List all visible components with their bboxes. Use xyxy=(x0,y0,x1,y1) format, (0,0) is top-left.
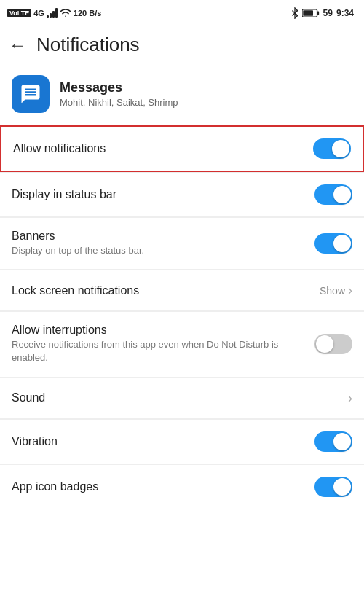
battery-level: 59 xyxy=(323,8,333,18)
app-name: Messages xyxy=(60,80,178,95)
setting-label-allow-interruptions: Allow interruptions xyxy=(12,324,307,337)
setting-label-display-status-bar: Display in status bar xyxy=(12,188,307,201)
status-bar: VoLTE 4G 120 B/s 59 9:3 xyxy=(0,0,364,26)
network-unit: B/s xyxy=(89,9,101,17)
4g-indicator: 4G xyxy=(33,9,44,17)
svg-rect-4 xyxy=(303,10,313,16)
toggle-allow-interruptions[interactable] xyxy=(314,334,352,354)
toggle-thumb-vibration xyxy=(333,433,351,450)
chevron-right-icon: › xyxy=(348,283,352,298)
setting-label-lock-screen: Lock screen notifications xyxy=(12,284,312,297)
toggle-thumb-allow-interruptions xyxy=(316,335,333,353)
time-display: 9:34 xyxy=(336,8,354,18)
back-button[interactable]: ← xyxy=(9,36,26,54)
network-speed: 120 xyxy=(74,9,87,17)
setting-item-display-status-bar[interactable]: Display in status bar xyxy=(0,173,364,217)
volte-indicator: VoLTE xyxy=(7,9,31,17)
status-bar-right: 59 9:34 xyxy=(291,7,354,19)
setting-item-vibration[interactable]: Vibration xyxy=(0,420,364,464)
setting-text-display-status-bar: Display in status bar xyxy=(12,188,314,201)
setting-text-app-icon-badges: App icon badges xyxy=(12,480,314,493)
setting-label-vibration: Vibration xyxy=(12,435,307,448)
app-icon xyxy=(12,75,50,113)
setting-item-banners[interactable]: BannersDisplay on top of the status bar. xyxy=(0,218,364,270)
setting-item-allow-notifications[interactable]: Allow notifications xyxy=(0,125,364,172)
app-subtitle: Mohit, Nikhil, Saikat, Shrimp xyxy=(60,97,178,108)
app-details: Messages Mohit, Nikhil, Saikat, Shrimp xyxy=(60,80,178,108)
toggle-display-status-bar[interactable] xyxy=(314,184,352,205)
setting-desc-banners: Display on top of the status bar. xyxy=(12,244,307,257)
setting-item-lock-screen[interactable]: Lock screen notificationsShow› xyxy=(0,270,364,311)
toggle-track-vibration xyxy=(314,431,352,452)
toggle-app-icon-badges[interactable] xyxy=(314,477,352,497)
setting-label-banners: Banners xyxy=(12,230,307,243)
setting-label-sound: Sound xyxy=(12,391,341,404)
setting-label-allow-notifications: Allow notifications xyxy=(13,142,306,155)
settings-list: Allow notificationsDisplay in status bar… xyxy=(0,125,364,509)
toggle-thumb-app-icon-badges xyxy=(333,478,351,496)
setting-text-banners: BannersDisplay on top of the status bar. xyxy=(12,230,314,257)
battery-icon xyxy=(302,8,320,18)
app-info-section: Messages Mohit, Nikhil, Saikat, Shrimp xyxy=(0,66,364,125)
setting-item-allow-interruptions[interactable]: Allow interruptionsReceive notifications… xyxy=(0,312,364,377)
toggle-allow-notifications[interactable] xyxy=(313,138,351,159)
setting-text-sound: Sound xyxy=(12,391,348,404)
messages-icon xyxy=(20,83,41,105)
toggle-thumb-display-status-bar xyxy=(333,186,351,203)
setting-value-text-lock-screen: Show xyxy=(320,285,345,297)
page-title: Notifications xyxy=(36,34,140,56)
toggle-thumb-allow-notifications xyxy=(332,140,349,157)
toggle-track-app-icon-badges xyxy=(314,477,352,497)
toggle-banners[interactable] xyxy=(314,233,352,254)
status-bar-left: VoLTE 4G 120 B/s xyxy=(7,8,101,18)
bluetooth-icon xyxy=(291,7,298,19)
wifi-icon xyxy=(60,8,71,18)
setting-value-lock-screen: Show› xyxy=(320,283,352,298)
setting-text-allow-interruptions: Allow interruptionsReceive notifications… xyxy=(12,324,314,364)
setting-label-app-icon-badges: App icon badges xyxy=(12,480,307,493)
signal-strength-icon xyxy=(47,8,58,18)
toggle-track-display-status-bar xyxy=(314,184,352,205)
setting-text-vibration: Vibration xyxy=(12,435,314,448)
setting-item-app-icon-badges[interactable]: App icon badges xyxy=(0,465,364,509)
setting-text-allow-notifications: Allow notifications xyxy=(13,142,313,155)
toggle-vibration[interactable] xyxy=(314,431,352,452)
toggle-thumb-banners xyxy=(333,235,351,252)
svg-rect-3 xyxy=(317,11,319,15)
toggle-track-banners xyxy=(314,233,352,254)
chevron-right-icon: › xyxy=(348,391,352,406)
setting-item-sound[interactable]: Sound› xyxy=(0,378,364,419)
setting-text-lock-screen: Lock screen notifications xyxy=(12,284,320,297)
setting-value-sound: › xyxy=(348,391,352,406)
toggle-track-allow-interruptions xyxy=(314,334,352,354)
toggle-track-allow-notifications xyxy=(313,138,351,159)
setting-desc-allow-interruptions: Receive notifications from this app even… xyxy=(12,338,307,364)
header: ← Notifications xyxy=(0,26,364,66)
